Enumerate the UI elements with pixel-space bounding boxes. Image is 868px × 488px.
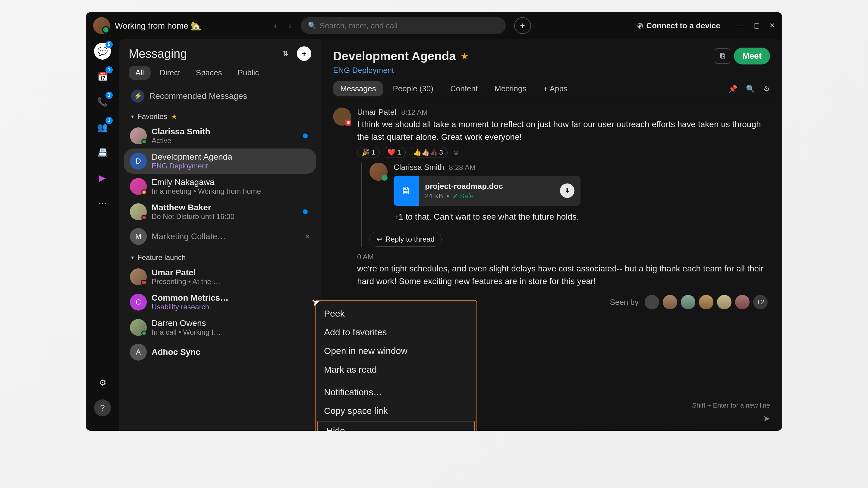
help-icon: ? (100, 403, 105, 413)
search-box[interactable]: 🔍 (301, 17, 506, 34)
room-subtitle[interactable]: ENG Deployment (333, 66, 770, 75)
copy-link-button[interactable]: ⎘ (715, 48, 730, 64)
rail-calls[interactable]: 📞1 (94, 93, 111, 110)
tab-apps[interactable]: + Apps (536, 81, 575, 96)
avatar[interactable] (717, 295, 732, 310)
tab-meetings[interactable]: Meetings (487, 81, 534, 96)
rail-more[interactable]: ⋯ (94, 195, 111, 212)
reply-thread-button[interactable]: ↩Reply to thread (370, 232, 441, 247)
bolt-icon: ⚡ (131, 90, 144, 103)
contacts-icon: 📇 (97, 148, 108, 158)
people-icon: 👥 (97, 122, 108, 132)
star-icon[interactable]: ★ (461, 51, 469, 61)
phone-icon: 📞 (97, 97, 108, 107)
rail-play[interactable]: ▶ (94, 169, 111, 186)
add-button[interactable]: + (297, 46, 311, 61)
window-controls: — ▢ ✕ (737, 22, 775, 30)
message: ▣ Umar Patel8:12 AM I think we should al… (333, 107, 770, 247)
section-favorites[interactable]: ▾ Favorites ★ (124, 107, 316, 123)
avatar[interactable] (735, 295, 749, 310)
avatar[interactable]: ▣ (333, 107, 351, 126)
rail-calendar[interactable]: 📅1 (94, 68, 111, 85)
sidebar-title: Messaging (129, 47, 274, 61)
filter-spaces[interactable]: Spaces (189, 66, 229, 80)
reply-icon: ↩ (376, 235, 382, 243)
ctx-mark-read[interactable]: Mark as read (315, 360, 476, 379)
chat-item-clarissa[interactable]: Clarissa SmithActive (124, 123, 316, 149)
filter-button[interactable]: ⇅ (279, 47, 292, 60)
filter-all[interactable]: All (129, 66, 151, 80)
ctx-hide[interactable]: Hide (317, 421, 475, 431)
maximize-button[interactable]: ▢ (753, 22, 760, 30)
recommended-row[interactable]: ⚡ Recommended Messages (124, 85, 316, 107)
reactions: 🎉1 ❤️1 👍👍🏼👍🏿3 ☺ (357, 147, 770, 158)
chat-item-common-metrics[interactable]: C Common Metrics…Usability research (124, 290, 316, 315)
nav-back-button[interactable]: ‹ (270, 20, 281, 32)
send-button[interactable]: ➤ (763, 414, 770, 424)
room-title: Development Agenda (333, 50, 456, 63)
chevron-down-icon: ▾ (131, 113, 134, 120)
filter-direct[interactable]: Direct (153, 66, 187, 80)
ctx-favorite[interactable]: Add to favorites (315, 323, 476, 341)
add-reaction-button[interactable]: ☺ (451, 147, 461, 158)
presenting-icon: ▣ (345, 120, 351, 126)
star-icon: ★ (171, 112, 178, 121)
chat-item-darren[interactable]: Darren OwensIn a call • Working f… (124, 315, 316, 340)
download-button[interactable]: ⬇ (560, 184, 575, 198)
section-feature-launch[interactable]: ▾ Feature launch (124, 249, 316, 264)
chat-item-umar[interactable]: Umar PatelPresenting • At the … (124, 264, 316, 290)
chat-item-dev-agenda[interactable]: D Development AgendaENG Deployment (124, 149, 316, 174)
avatar[interactable] (699, 295, 713, 310)
sidebar: Messaging ⇅ + All Direct Spaces Public ⚡… (119, 39, 321, 431)
filter-public[interactable]: Public (231, 66, 266, 80)
rail-teams[interactable]: 👥1 (94, 119, 111, 135)
tab-people[interactable]: People (30) (386, 81, 441, 96)
rail-settings[interactable]: ⚙ (94, 374, 111, 391)
app-window: Working from home 🏡 ‹ › 🔍 + ⎚ Connect to… (86, 12, 782, 431)
avatar[interactable] (645, 295, 659, 310)
unread-indicator (303, 133, 308, 138)
avatar[interactable] (681, 295, 695, 310)
new-button[interactable]: + (514, 17, 531, 34)
ctx-peek[interactable]: Peek (315, 304, 476, 323)
reaction[interactable]: 👍👍🏼👍🏿3 (409, 147, 447, 158)
rail-contacts[interactable]: 📇 (94, 144, 111, 161)
search-input[interactable] (320, 21, 498, 30)
file-icon: 🗎 (394, 175, 419, 206)
nav-forward-button[interactable]: › (284, 20, 296, 32)
close-icon[interactable]: ✕ (305, 233, 310, 240)
tab-row: Messages People (30) Content Meetings + … (321, 75, 782, 100)
gear-icon[interactable]: ⚙ (764, 85, 770, 93)
body: 💬5 📅1 📞1 👥1 📇 ▶ ⋯ ⚙ ? Messaging ⇅ + All … (86, 39, 782, 431)
close-button[interactable]: ✕ (770, 22, 775, 30)
rail-messaging[interactable]: 💬5 (94, 43, 111, 60)
seen-more[interactable]: +2 (753, 295, 768, 310)
more-icon: ⋯ (98, 198, 107, 208)
rail-help[interactable]: ? (94, 399, 111, 416)
chat-item-matthew[interactable]: Matthew BakerDo Not Disturb until 16:00 (124, 199, 316, 224)
avatar[interactable] (663, 295, 677, 310)
ctx-copy-link[interactable]: Copy space link (315, 401, 476, 420)
context-menu: Peek Add to favorites Open in new window… (315, 300, 477, 431)
reaction[interactable]: ❤️1 (383, 147, 405, 158)
ctx-notifications[interactable]: Notifications… (315, 383, 476, 401)
minimize-button[interactable]: — (737, 22, 744, 30)
tab-messages[interactable]: Messages (333, 81, 383, 96)
user-avatar[interactable] (93, 17, 110, 34)
search-icon[interactable]: 🔍 (746, 85, 755, 93)
reaction[interactable]: 🎉1 (357, 147, 380, 158)
tab-content[interactable]: Content (443, 81, 485, 96)
main-header: Development Agenda ★ ⎘ Meet ENG Deployme… (321, 39, 782, 75)
connect-device[interactable]: ⎚ Connect to a device (638, 21, 720, 30)
chat-item-emily[interactable]: Emily NakagawaIn a meeting • Working fro… (124, 174, 316, 199)
chat-item-adhoc[interactable]: A Adhoc Sync (124, 340, 316, 364)
user-status[interactable]: Working from home 🏡 (115, 21, 201, 31)
file-attachment[interactable]: 🗎 project-roadmap.doc 24 KB • ✔ Safe ⬇ (394, 175, 581, 206)
chat-item-marketing[interactable]: M Marketing Collate… ✕ (124, 224, 316, 249)
calendar-icon: 📅 (97, 72, 108, 82)
meet-button[interactable]: Meet (734, 47, 770, 64)
pin-icon[interactable]: 📌 (728, 85, 738, 93)
avatar[interactable] (370, 163, 388, 181)
nav-rail: 💬5 📅1 📞1 👥1 📇 ▶ ⋯ ⚙ ? (86, 39, 119, 431)
ctx-new-window[interactable]: Open in new window (315, 341, 476, 360)
